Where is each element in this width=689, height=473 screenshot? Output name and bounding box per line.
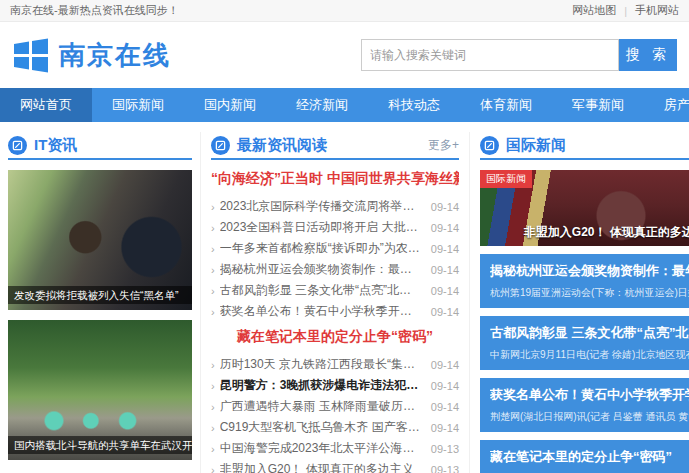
search-bar: 搜 索 bbox=[361, 39, 677, 71]
news-date: 09-14 bbox=[431, 401, 459, 413]
news-list-item[interactable]: ›非盟加入G20！ 体现真正的多边主义09-13 bbox=[211, 459, 459, 473]
news-list-item[interactable]: ›古都风韵彰显 三条文化带“点亮”北京城市文脉09-14 bbox=[211, 280, 459, 301]
box-title: 揭秘杭州亚运会颁奖物资制作：最年长匠人年 bbox=[490, 262, 689, 280]
edit-note-icon bbox=[211, 136, 230, 155]
it-card-list: 发改委拟将拒载被列入失信“黑名单”国内搭载北斗导航的共享单车在武汉开测 bbox=[8, 170, 192, 460]
nav-item-6[interactable]: 军事新闻 bbox=[552, 88, 644, 122]
news-list-item[interactable]: ›一年多来首都检察版“接诉即办”为农民工讨薪09-14 bbox=[211, 238, 459, 259]
latest-news-column: 最新资讯阅读 更多+ “向海经济”正当时 中国同世界共享海丝新机遇 ›2023北… bbox=[200, 132, 470, 473]
news-list-item[interactable]: ›2023全国科普日活动即将开启 大批前沿科技成果集...09-14 bbox=[211, 217, 459, 238]
news-title: 揭秘杭州亚运会颁奖物资制作：最年长匠人年逾 bbox=[220, 261, 423, 278]
arrow-bullet-icon: › bbox=[211, 264, 215, 276]
news-image-card[interactable]: 发改委拟将拒载被列入失信“黑名单” bbox=[8, 170, 192, 310]
news-list-item[interactable]: ›2023北京国际科学传播交流周将举办 聚焦数字素养...09-14 bbox=[211, 196, 459, 217]
box-title: 获奖名单公布！黄石中小学秋季开学刮起“网 bbox=[490, 386, 689, 404]
news-list-item[interactable]: ›历时130天 京九铁路江西段最长“集中修”完成09-14 bbox=[211, 354, 459, 375]
windows-logo-icon bbox=[12, 37, 50, 73]
news-title: 2023全国科普日活动即将开启 大批前沿科技成果集... bbox=[220, 219, 423, 236]
arrow-bullet-icon: › bbox=[211, 464, 215, 473]
arrow-bullet-icon: › bbox=[211, 222, 215, 234]
news-date: 09-14 bbox=[431, 243, 459, 255]
news-title: C919大型客机飞抵乌鲁木齐 国产客机新疆演示飞行 bbox=[220, 419, 423, 436]
arrow-bullet-icon: › bbox=[211, 443, 215, 455]
arrow-bullet-icon: › bbox=[211, 306, 215, 318]
arrow-bullet-icon: › bbox=[211, 401, 215, 413]
divider: | bbox=[624, 5, 627, 17]
top-headline[interactable]: “向海经济”正当时 中国同世界共享海丝新机遇 bbox=[211, 170, 459, 188]
news-title: 中国海警完成2023年北太平洋公海渔业执法巡航任 bbox=[220, 440, 423, 457]
latest-section-header: 最新资讯阅读 更多+ bbox=[211, 132, 459, 160]
box-desc: 杭州第19届亚洲运动会(下称：杭州亚运会)日益临近。 “杭 bbox=[490, 286, 689, 300]
mobile-site-link[interactable]: 手机网站 bbox=[635, 3, 679, 18]
latest-section-title: 最新资讯阅读 bbox=[237, 136, 327, 155]
topbar-links: 网站地图 | 手机网站 bbox=[572, 3, 679, 18]
news-title: 昆明警方：3晚抓获涉爆电诈违法犯罪嫌疑人269人 bbox=[220, 377, 423, 394]
category-tag: 国际新闻 bbox=[480, 170, 532, 188]
it-section-header: IT资讯 bbox=[8, 132, 192, 160]
it-section-title: IT资讯 bbox=[34, 136, 77, 155]
news-list-item[interactable]: ›C919大型客机飞抵乌鲁木齐 国产客机新疆演示飞行09-14 bbox=[211, 417, 459, 438]
news-list-item[interactable]: ›广西遭遇特大暴雨 玉林降雨量破历史极值多地停09-14 bbox=[211, 396, 459, 417]
image-caption: 国内搭载北斗导航的共享单车在武汉开测 bbox=[8, 436, 192, 454]
header: 南京在线 搜 索 bbox=[0, 22, 689, 88]
arrow-bullet-icon: › bbox=[211, 201, 215, 213]
nav-item-2[interactable]: 国内新闻 bbox=[184, 88, 276, 122]
search-button[interactable]: 搜 索 bbox=[619, 39, 677, 71]
news-list-item[interactable]: ›获奖名单公布！黄石中小学秋季开学刮起“网络09-14 bbox=[211, 301, 459, 322]
topbar: 南京在线-最新热点资讯在线同步！ 网站地图 | 手机网站 bbox=[0, 0, 689, 22]
news-title: 一年多来首都检察版“接诉即办”为农民工讨薪 bbox=[220, 240, 423, 257]
intl-section-title: 国际新闻 bbox=[506, 136, 566, 155]
site-logo[interactable]: 南京在线 bbox=[12, 37, 171, 73]
box-title: 藏在笔记本里的定分止争“密码” bbox=[490, 448, 689, 466]
main-content: IT资讯 发改委拟将拒载被列入失信“黑名单”国内搭载北斗导航的共享单车在武汉开测… bbox=[0, 122, 689, 473]
news-list-item[interactable]: ›昆明警方：3晚抓获涉爆电诈违法犯罪嫌疑人269人09-14 bbox=[211, 375, 459, 396]
nav-item-1[interactable]: 国际新闻 bbox=[92, 88, 184, 122]
nav-item-3[interactable]: 经济新闻 bbox=[276, 88, 368, 122]
nav-item-4[interactable]: 科技动态 bbox=[368, 88, 460, 122]
site-title: 南京在线 bbox=[59, 38, 171, 73]
search-input[interactable] bbox=[361, 39, 619, 71]
news-list-1: ›2023北京国际科学传播交流周将举办 聚焦数字素养...09-14›2023全… bbox=[211, 196, 459, 322]
edit-note-icon bbox=[8, 136, 27, 155]
intl-news-box[interactable]: 藏在笔记本里的定分止争“密码”藏在笔记本里的定分止争“密码” ——新时代“枫桥经… bbox=[480, 440, 689, 473]
box-desc: 荆楚网(湖北日报网)讯(记者 吕鉴蕾 通讯员 黄旺宣)近日，黄 bbox=[490, 410, 689, 424]
box-title: 古都风韵彰显 三条文化带“点亮”北京城市 bbox=[490, 324, 689, 342]
news-title: 古都风韵彰显 三条文化带“点亮”北京城市文脉 bbox=[220, 282, 423, 299]
news-date: 09-14 bbox=[431, 359, 459, 371]
nav-item-7[interactable]: 房产资讯 bbox=[644, 88, 689, 122]
intl-news-box[interactable]: 古都风韵彰显 三条文化带“点亮”北京城市中新网北京9月11日电(记者 徐婧)北京… bbox=[480, 316, 689, 370]
nav-item-0[interactable]: 网站首页 bbox=[0, 88, 92, 122]
intl-section-header: 国际新闻 bbox=[480, 132, 689, 160]
sitemap-link[interactable]: 网站地图 bbox=[572, 3, 616, 18]
more-link[interactable]: 更多+ bbox=[428, 137, 459, 154]
image-caption: 发改委拟将拒载被列入失信“黑名单” bbox=[8, 286, 192, 304]
second-headline[interactable]: 藏在笔记本里的定分止争“密码” bbox=[211, 328, 459, 346]
edit-note-icon bbox=[480, 136, 499, 155]
news-list-2: ›历时130天 京九铁路江西段最长“集中修”完成09-14›昆明警方：3晚抓获涉… bbox=[211, 354, 459, 473]
news-title: 2023北京国际科学传播交流周将举办 聚焦数字素养... bbox=[220, 198, 423, 215]
news-list-item[interactable]: ›中国海警完成2023年北太平洋公海渔业执法巡航任09-13 bbox=[211, 438, 459, 459]
intl-news-box[interactable]: 获奖名单公布！黄石中小学秋季开学刮起“网荆楚网(湖北日报网)讯(记者 吕鉴蕾 通… bbox=[480, 378, 689, 432]
it-news-column: IT资讯 发改委拟将拒载被列入失信“黑名单”国内搭载北斗导航的共享单车在武汉开测 bbox=[8, 132, 200, 473]
box-desc: 中新网北京9月11日电(记者 徐婧)北京地区现有7处世界文化 bbox=[490, 348, 689, 362]
news-date: 09-14 bbox=[431, 306, 459, 318]
news-date: 09-14 bbox=[431, 285, 459, 297]
intl-feature-card[interactable]: 国际新闻 非盟加入G20！ 体现真正的多边主义 bbox=[480, 170, 689, 246]
nav-item-5[interactable]: 体育新闻 bbox=[460, 88, 552, 122]
news-image-card[interactable]: 国内搭载北斗导航的共享单车在武汉开测 bbox=[8, 320, 192, 460]
news-date: 09-13 bbox=[431, 464, 459, 473]
news-list-item[interactable]: ›揭秘杭州亚运会颁奖物资制作：最年长匠人年逾09-14 bbox=[211, 259, 459, 280]
news-date: 09-14 bbox=[431, 380, 459, 392]
news-date: 09-14 bbox=[431, 222, 459, 234]
news-date: 09-14 bbox=[431, 422, 459, 434]
news-title: 非盟加入G20！ 体现真正的多边主义 bbox=[220, 461, 423, 473]
main-nav: 网站首页国际新闻国内新闻经济新闻科技动态体育新闻军事新闻房产资讯 bbox=[0, 88, 689, 122]
news-title: 获奖名单公布！黄石中小学秋季开学刮起“网络 bbox=[220, 303, 423, 320]
intl-news-box[interactable]: 揭秘杭州亚运会颁奖物资制作：最年长匠人年杭州第19届亚洲运动会(下称：杭州亚运会… bbox=[480, 254, 689, 308]
site-slogan: 南京在线-最新热点资讯在线同步！ bbox=[10, 3, 179, 18]
news-date: 09-13 bbox=[431, 443, 459, 455]
arrow-bullet-icon: › bbox=[211, 359, 215, 371]
feature-caption: 非盟加入G20！ 体现真正的多边主义 bbox=[480, 224, 689, 241]
arrow-bullet-icon: › bbox=[211, 380, 215, 392]
intl-box-list: 揭秘杭州亚运会颁奖物资制作：最年长匠人年杭州第19届亚洲运动会(下称：杭州亚运会… bbox=[480, 254, 689, 473]
